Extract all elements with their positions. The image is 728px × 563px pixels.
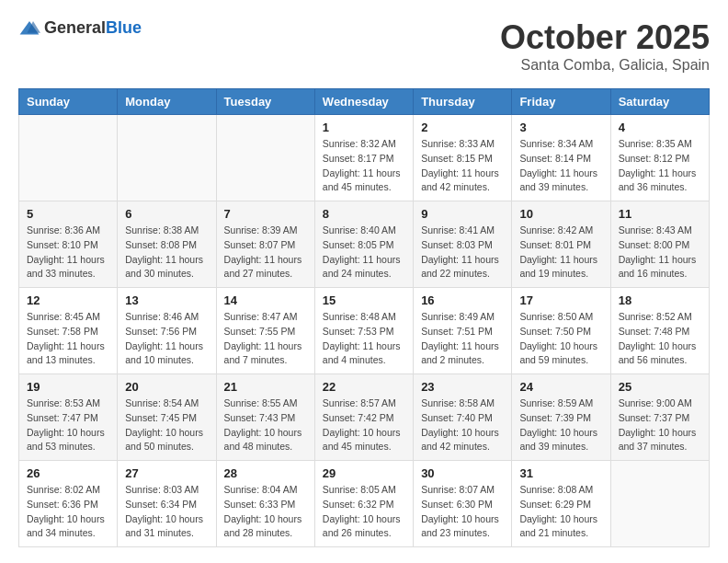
day-number: 27 — [125, 466, 208, 480]
day-number: 5 — [27, 207, 109, 221]
logo: GeneralBlue — [18, 18, 142, 38]
calendar-cell: 28Sunrise: 8:04 AMSunset: 6:33 PMDayligh… — [216, 461, 314, 547]
calendar-cell: 10Sunrise: 8:42 AMSunset: 8:01 PMDayligh… — [512, 201, 610, 288]
day-number: 31 — [519, 466, 602, 480]
calendar-cell: 2Sunrise: 8:33 AMSunset: 8:15 PMDaylight… — [414, 115, 512, 201]
day-number: 14 — [224, 293, 307, 307]
weekday-header-wednesday: Wednesday — [314, 89, 413, 115]
day-info: Sunrise: 8:03 AMSunset: 6:34 PMDaylight:… — [125, 483, 208, 541]
calendar-cell: 30Sunrise: 8:07 AMSunset: 6:30 PMDayligh… — [414, 461, 512, 547]
day-info: Sunrise: 8:54 AMSunset: 7:45 PMDaylight:… — [125, 396, 208, 454]
day-number: 25 — [619, 380, 701, 394]
logo-text-general: General — [44, 18, 106, 37]
weekday-header-sunday: Sunday — [19, 89, 118, 115]
calendar-cell: 7Sunrise: 8:39 AMSunset: 8:07 PMDaylight… — [216, 201, 314, 288]
day-info: Sunrise: 8:35 AMSunset: 8:12 PMDaylight:… — [619, 137, 701, 195]
calendar-cell: 18Sunrise: 8:52 AMSunset: 7:48 PMDayligh… — [610, 288, 709, 374]
day-info: Sunrise: 8:49 AMSunset: 7:51 PMDaylight:… — [421, 310, 504, 368]
weekday-header-thursday: Thursday — [414, 89, 512, 115]
day-info: Sunrise: 8:34 AMSunset: 8:14 PMDaylight:… — [519, 137, 602, 195]
weekday-header-monday: Monday — [118, 89, 216, 115]
calendar-cell: 29Sunrise: 8:05 AMSunset: 6:32 PMDayligh… — [314, 461, 413, 547]
day-info: Sunrise: 8:52 AMSunset: 7:48 PMDaylight:… — [619, 310, 701, 368]
day-info: Sunrise: 8:43 AMSunset: 8:00 PMDaylight:… — [619, 224, 701, 282]
day-info: Sunrise: 8:46 AMSunset: 7:56 PMDaylight:… — [125, 310, 208, 368]
calendar-week-2: 5Sunrise: 8:36 AMSunset: 8:10 PMDaylight… — [19, 201, 710, 288]
day-info: Sunrise: 8:40 AMSunset: 8:05 PMDaylight:… — [323, 224, 405, 282]
day-number: 6 — [125, 207, 208, 221]
day-info: Sunrise: 8:50 AMSunset: 7:50 PMDaylight:… — [519, 310, 602, 368]
calendar-cell: 20Sunrise: 8:54 AMSunset: 7:45 PMDayligh… — [118, 374, 216, 461]
calendar-week-5: 26Sunrise: 8:02 AMSunset: 6:36 PMDayligh… — [19, 461, 710, 547]
day-number: 13 — [125, 293, 208, 307]
calendar-cell: 23Sunrise: 8:58 AMSunset: 7:40 PMDayligh… — [414, 374, 512, 461]
calendar-cell — [118, 115, 216, 201]
calendar-cell: 9Sunrise: 8:41 AMSunset: 8:03 PMDaylight… — [414, 201, 512, 288]
day-info: Sunrise: 8:45 AMSunset: 7:58 PMDaylight:… — [27, 310, 109, 368]
day-info: Sunrise: 8:55 AMSunset: 7:43 PMDaylight:… — [224, 396, 307, 454]
calendar-cell: 19Sunrise: 8:53 AMSunset: 7:47 PMDayligh… — [19, 374, 118, 461]
day-number: 17 — [519, 293, 602, 307]
calendar-cell: 3Sunrise: 8:34 AMSunset: 8:14 PMDaylight… — [512, 115, 610, 201]
day-number: 26 — [27, 466, 109, 480]
day-info: Sunrise: 8:48 AMSunset: 7:53 PMDaylight:… — [323, 310, 405, 368]
day-info: Sunrise: 8:53 AMSunset: 7:47 PMDaylight:… — [27, 396, 109, 454]
day-info: Sunrise: 8:36 AMSunset: 8:10 PMDaylight:… — [27, 224, 109, 282]
calendar-cell: 15Sunrise: 8:48 AMSunset: 7:53 PMDayligh… — [314, 288, 413, 374]
calendar-week-4: 19Sunrise: 8:53 AMSunset: 7:47 PMDayligh… — [19, 374, 710, 461]
calendar-week-3: 12Sunrise: 8:45 AMSunset: 7:58 PMDayligh… — [19, 288, 710, 374]
weekday-header-row: SundayMondayTuesdayWednesdayThursdayFrid… — [19, 89, 710, 115]
day-number: 19 — [27, 380, 109, 394]
day-number: 29 — [323, 466, 405, 480]
calendar-cell: 4Sunrise: 8:35 AMSunset: 8:12 PMDaylight… — [610, 115, 709, 201]
day-number: 12 — [27, 293, 109, 307]
calendar-cell: 13Sunrise: 8:46 AMSunset: 7:56 PMDayligh… — [118, 288, 216, 374]
calendar-cell: 25Sunrise: 9:00 AMSunset: 7:37 PMDayligh… — [610, 374, 709, 461]
day-info: Sunrise: 8:39 AMSunset: 8:07 PMDaylight:… — [224, 224, 307, 282]
calendar-cell: 24Sunrise: 8:59 AMSunset: 7:39 PMDayligh… — [512, 374, 610, 461]
calendar-cell: 17Sunrise: 8:50 AMSunset: 7:50 PMDayligh… — [512, 288, 610, 374]
page-header: GeneralBlue October 2025 Santa Comba, Ga… — [18, 18, 710, 74]
calendar-cell: 16Sunrise: 8:49 AMSunset: 7:51 PMDayligh… — [414, 288, 512, 374]
day-number: 10 — [519, 207, 602, 221]
day-info: Sunrise: 8:47 AMSunset: 7:55 PMDaylight:… — [224, 310, 307, 368]
day-number: 20 — [125, 380, 208, 394]
calendar-cell: 5Sunrise: 8:36 AMSunset: 8:10 PMDaylight… — [19, 201, 118, 288]
calendar-cell: 14Sunrise: 8:47 AMSunset: 7:55 PMDayligh… — [216, 288, 314, 374]
day-info: Sunrise: 9:00 AMSunset: 7:37 PMDaylight:… — [619, 396, 701, 454]
day-info: Sunrise: 8:41 AMSunset: 8:03 PMDaylight:… — [421, 224, 504, 282]
day-info: Sunrise: 8:42 AMSunset: 8:01 PMDaylight:… — [519, 224, 602, 282]
weekday-header-saturday: Saturday — [610, 89, 709, 115]
weekday-header-friday: Friday — [512, 89, 610, 115]
day-number: 7 — [224, 207, 307, 221]
day-number: 28 — [224, 466, 307, 480]
calendar-cell: 1Sunrise: 8:32 AMSunset: 8:17 PMDaylight… — [314, 115, 413, 201]
day-info: Sunrise: 8:38 AMSunset: 8:08 PMDaylight:… — [125, 224, 208, 282]
day-info: Sunrise: 8:02 AMSunset: 6:36 PMDaylight:… — [27, 483, 109, 541]
logo-icon — [18, 19, 40, 38]
day-number: 2 — [421, 121, 504, 134]
day-number: 22 — [323, 380, 405, 394]
calendar-cell: 8Sunrise: 8:40 AMSunset: 8:05 PMDaylight… — [314, 201, 413, 288]
calendar-table: SundayMondayTuesdayWednesdayThursdayFrid… — [18, 88, 710, 547]
weekday-header-tuesday: Tuesday — [216, 89, 314, 115]
day-number: 23 — [421, 380, 504, 394]
day-info: Sunrise: 8:32 AMSunset: 8:17 PMDaylight:… — [323, 137, 405, 195]
day-info: Sunrise: 8:57 AMSunset: 7:42 PMDaylight:… — [323, 396, 405, 454]
day-number: 4 — [619, 121, 701, 134]
calendar-cell: 22Sunrise: 8:57 AMSunset: 7:42 PMDayligh… — [314, 374, 413, 461]
calendar-cell — [216, 115, 314, 201]
logo-text-blue: Blue — [106, 18, 142, 37]
calendar-cell: 26Sunrise: 8:02 AMSunset: 6:36 PMDayligh… — [19, 461, 118, 547]
calendar-cell: 11Sunrise: 8:43 AMSunset: 8:00 PMDayligh… — [610, 201, 709, 288]
day-number: 3 — [519, 121, 602, 134]
calendar-cell: 27Sunrise: 8:03 AMSunset: 6:34 PMDayligh… — [118, 461, 216, 547]
day-number: 24 — [519, 380, 602, 394]
day-number: 16 — [421, 293, 504, 307]
calendar-cell — [610, 461, 709, 547]
day-number: 8 — [323, 207, 405, 221]
title-block: October 2025 Santa Comba, Galicia, Spain — [500, 18, 710, 74]
day-info: Sunrise: 8:08 AMSunset: 6:29 PMDaylight:… — [519, 483, 602, 541]
day-info: Sunrise: 8:05 AMSunset: 6:32 PMDaylight:… — [323, 483, 405, 541]
day-number: 11 — [619, 207, 701, 221]
